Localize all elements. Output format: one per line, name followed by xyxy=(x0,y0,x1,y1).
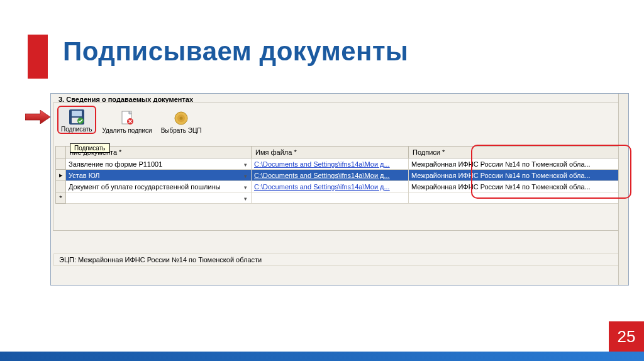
remove-label: Удалить подписи xyxy=(103,127,152,134)
table-row[interactable]: Заявление по форме Р11001▾C:\Documents a… xyxy=(56,158,625,170)
page-number-badge: 25 xyxy=(609,321,644,352)
seal-icon xyxy=(172,109,191,127)
cell-file-name[interactable]: C:\Documents and Settings\ifns14a\Мои д.… xyxy=(252,181,409,192)
app-panel: 3. Сведения о подаваемых документах Подп… xyxy=(50,93,629,286)
col-file-name[interactable]: Имя файла * xyxy=(252,147,409,158)
cell-signature[interactable]: Межрайонная ИФНС России №14 по Тюменской… xyxy=(409,181,625,192)
content-area: Подписать Удалить подписи xyxy=(53,103,626,231)
tooltip: Подписать xyxy=(70,143,110,153)
dropdown-icon[interactable]: ▾ xyxy=(242,171,250,181)
slide-title: Подписываем документы xyxy=(63,36,408,67)
row-marker: * xyxy=(56,192,66,204)
cell-doc-name[interactable]: Документ об уплате государственной пошли… xyxy=(66,181,252,192)
cell-doc-name[interactable]: ▾ xyxy=(66,192,252,204)
row-marker xyxy=(56,158,66,170)
cell-doc-name[interactable]: Устав ЮЛ▾ xyxy=(66,170,252,181)
select-ecp-button[interactable]: Выбрать ЭЦП xyxy=(158,108,204,134)
cell-file-name[interactable]: C:\Documents and Settings\ifns14a\Мои д.… xyxy=(252,158,409,170)
sign-label: Подписать xyxy=(61,126,92,133)
cell-file-name[interactable] xyxy=(252,192,409,204)
floppy-sign-icon xyxy=(67,108,86,126)
col-signatures[interactable]: Подписи * xyxy=(409,147,625,158)
dropdown-icon[interactable]: ▾ xyxy=(242,194,250,204)
callout-arrow-icon xyxy=(25,110,50,124)
documents-grid[interactable]: ние документа * Имя файла * Подписи * За… xyxy=(55,146,625,204)
scrollbar-vertical[interactable] xyxy=(618,94,628,285)
file-link[interactable]: C:\Documents and Settings\ifns14a\Мои д.… xyxy=(254,172,390,179)
file-link[interactable]: C:\Documents and Settings\ifns14a\Мои д.… xyxy=(254,160,390,168)
select-ecp-label: Выбрать ЭЦП xyxy=(161,127,202,134)
cell-signature[interactable] xyxy=(409,192,625,204)
table-row[interactable]: *▾ xyxy=(56,192,625,204)
svg-point-9 xyxy=(180,117,183,120)
cell-doc-name[interactable]: Заявление по форме Р11001▾ xyxy=(66,158,252,170)
sign-button[interactable]: Подписать xyxy=(57,106,96,134)
footer-bar xyxy=(0,352,644,361)
row-marker xyxy=(56,181,66,192)
remove-signatures-button[interactable]: Удалить подписи xyxy=(100,108,155,134)
dropdown-icon[interactable]: ▾ xyxy=(242,182,250,192)
status-bar: ЭЦП: Межрайонная ИФНС России №14 по Тюме… xyxy=(53,253,626,266)
svg-marker-0 xyxy=(25,110,50,124)
cell-file-name[interactable]: C:\Documents and Settings\ifns14a\Мои д.… xyxy=(252,170,409,181)
row-marker: ▸ xyxy=(56,170,66,181)
cell-signature[interactable]: Межрайонная ИФНС России №14 по Тюменской… xyxy=(409,170,625,181)
page-delete-icon xyxy=(118,109,136,127)
file-link[interactable]: C:\Documents and Settings\ifns14a\Мои д.… xyxy=(254,183,390,191)
accent-bar xyxy=(28,35,48,79)
table-row[interactable]: ▸Устав ЮЛ▾C:\Documents and Settings\ifns… xyxy=(56,170,625,181)
cell-signature[interactable]: Межрайонная ИФНС России №14 по Тюменской… xyxy=(409,158,625,170)
svg-rect-2 xyxy=(72,111,82,116)
dropdown-icon[interactable]: ▾ xyxy=(242,160,250,170)
table-row[interactable]: Документ об уплате государственной пошли… xyxy=(56,181,625,192)
toolbar: Подписать Удалить подписи xyxy=(53,103,626,136)
